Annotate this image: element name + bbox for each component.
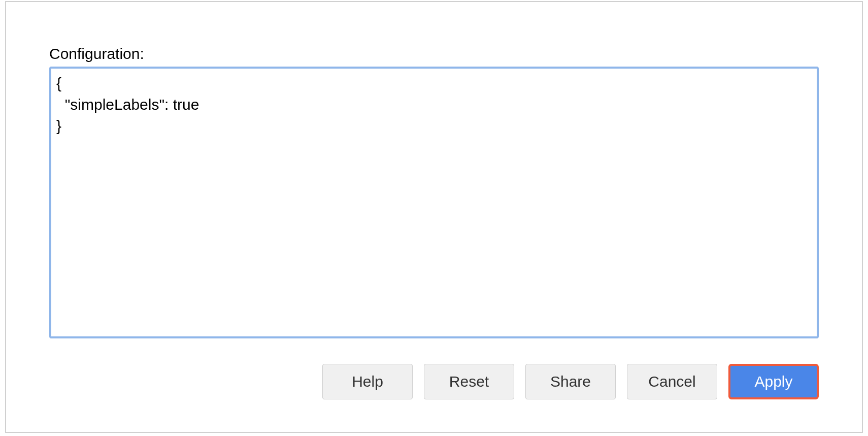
configuration-textarea[interactable] — [49, 67, 819, 338]
config-panel: Configuration: Help Reset Share Cancel A… — [5, 1, 863, 433]
configuration-label: Configuration: — [49, 45, 819, 63]
help-button[interactable]: Help — [322, 364, 413, 399]
reset-button[interactable]: Reset — [424, 364, 514, 399]
cancel-button[interactable]: Cancel — [627, 364, 717, 399]
button-row: Help Reset Share Cancel Apply — [49, 364, 819, 399]
share-button[interactable]: Share — [525, 364, 616, 399]
apply-button[interactable]: Apply — [728, 364, 819, 399]
